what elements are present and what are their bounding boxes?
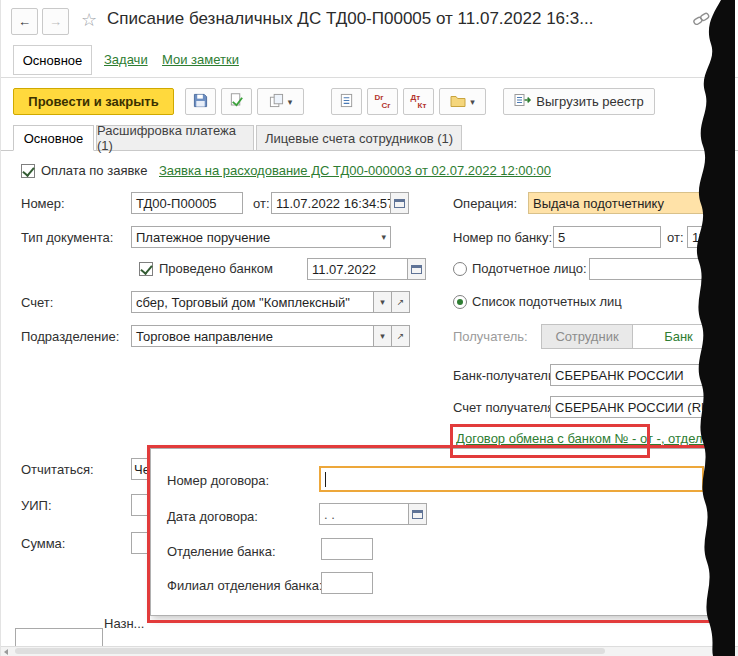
document-structure-button[interactable]: [331, 88, 362, 115]
amount-input-fragment[interactable]: [131, 532, 151, 554]
calendar-icon: [411, 265, 422, 274]
dt-kt-icon: ДтКт: [411, 94, 427, 110]
bank-number-label: Номер по банку:: [453, 230, 552, 245]
posted-by-bank-label: Проведено банком: [159, 261, 273, 276]
bank-date-from-label: от:: [667, 230, 684, 245]
tab-payment-details[interactable]: Расшифровка платежа (1): [96, 125, 254, 151]
scroll-left-arrow-icon[interactable]: [4, 649, 8, 655]
purpose-label-fragment: Назн...: [104, 616, 144, 631]
number-input[interactable]: ТД00-П00005: [131, 192, 243, 214]
tab-personal-accounts-label: Лицевые счета сотрудников (1): [265, 131, 453, 146]
amount-label: Сумма:: [21, 536, 65, 551]
account-value: сбер, Торговый дом "Комплексный": [136, 295, 350, 310]
number-label: Номер:: [21, 196, 65, 211]
nav-link-notes[interactable]: Мои заметки: [162, 52, 239, 67]
date-calendar-button[interactable]: [390, 192, 409, 214]
recipient-employee-label: Сотрудник: [555, 329, 618, 344]
recipient-toggle-employee[interactable]: Сотрудник: [541, 324, 633, 349]
nav-link-tasks[interactable]: Задачи: [104, 52, 148, 67]
horizontal-scrollbar[interactable]: [1, 646, 738, 656]
post-document-icon: [229, 93, 244, 111]
caret-down-icon: ▾: [288, 97, 293, 107]
bank-number-input[interactable]: 5: [553, 226, 661, 248]
caret-down-icon: ▾: [380, 297, 385, 307]
request-link[interactable]: Заявка на расходование ДС ТД00-000003 от…: [159, 163, 551, 178]
dt-kt-button[interactable]: ДтКт: [403, 88, 434, 115]
contract-date-calendar-button[interactable]: [408, 503, 427, 525]
date-from-label: от:: [253, 196, 270, 211]
tab-main[interactable]: Основное: [13, 125, 94, 151]
department-input[interactable]: Торговое направление: [131, 325, 374, 347]
back-icon: ←: [18, 14, 31, 29]
bank-branch-office-label: Филиал отделения банка:: [167, 578, 323, 593]
forward-icon: →: [49, 14, 62, 29]
doc-type-combobox[interactable]: Платежное поручение ▾: [131, 226, 391, 248]
account-open-button[interactable]: ↗: [391, 291, 410, 313]
contract-date-value: . .: [324, 507, 335, 522]
number-value: ТД00-П00005: [136, 196, 217, 211]
posted-date-calendar-button[interactable]: [407, 258, 426, 280]
tab-personal-accounts[interactable]: Лицевые счета сотрудников (1): [256, 125, 462, 151]
dr-cr-button[interactable]: DrCr: [367, 88, 398, 115]
calendar-icon: [412, 510, 423, 519]
accountable-person-radio[interactable]: [453, 262, 467, 276]
document-form-window: ← → ☆ Списание безналичных ДС ТД00-П0000…: [0, 0, 738, 656]
recipient-account-label: Счет получателя:: [453, 400, 558, 415]
caret-down-icon: ▾: [380, 331, 385, 341]
department-open-button[interactable]: ↗: [391, 325, 410, 347]
report-value: Че: [134, 462, 150, 477]
date-value: 11.07.2022 16:34:57: [276, 196, 391, 211]
department-value: Торговое направление: [136, 329, 273, 344]
pay-by-request-checkbox[interactable]: [21, 164, 35, 178]
posted-date-value: 11.07.2022: [312, 262, 376, 277]
uip-input-fragment[interactable]: [131, 494, 151, 516]
post-and-close-button[interactable]: Провести и закрыть: [13, 88, 174, 115]
accountable-list-radio[interactable]: [453, 295, 467, 309]
print-menu-button[interactable]: ▾: [439, 88, 486, 115]
report-label: Отчитаться:: [21, 462, 94, 477]
bank-number-value: 5: [558, 230, 565, 245]
recipient-bank-label: Банк: [664, 329, 693, 344]
contract-date-label: Дата договора:: [167, 509, 258, 524]
bank-recipient-label: Банк-получатель:: [453, 368, 558, 383]
uip-label: УИП:: [21, 498, 52, 513]
report-input-fragment[interactable]: Че: [131, 458, 151, 480]
bank-branch-label: Отделение банка:: [167, 544, 276, 559]
account-input[interactable]: сбер, Торговый дом "Комплексный": [131, 291, 374, 313]
save-icon: [193, 93, 208, 111]
back-button[interactable]: ←: [11, 8, 38, 35]
save-button[interactable]: [185, 88, 216, 115]
posted-by-bank-checkbox[interactable]: [139, 262, 153, 276]
post-document-button[interactable]: [221, 88, 252, 115]
caret-down-icon: ▾: [381, 232, 386, 242]
contract-number-input[interactable]: [319, 466, 704, 492]
accountable-list-label: Список подотчетных лиц: [472, 294, 622, 309]
create-based-on-button[interactable]: ▾: [257, 88, 304, 115]
scrollbar-thumb[interactable]: [15, 648, 605, 654]
favorites-star-icon[interactable]: ☆: [81, 9, 97, 31]
account-label: Счет:: [21, 295, 53, 310]
bank-branch-office-input[interactable]: [321, 572, 373, 594]
department-select-button[interactable]: ▾: [373, 325, 392, 347]
header-divider: [1, 77, 738, 78]
accountable-person-label: Подотчетное лицо:: [472, 261, 587, 276]
posted-date-input[interactable]: 11.07.2022: [307, 258, 408, 280]
open-icon: ↗: [397, 297, 405, 307]
open-icon: ↗: [397, 331, 405, 341]
export-registry-button[interactable]: Выгрузить реестр: [503, 88, 655, 115]
folder-icon: [450, 94, 466, 110]
calendar-icon: [394, 199, 405, 208]
torn-edge-overlay: [691, 0, 738, 656]
date-input[interactable]: 11.07.2022 16:34:57: [271, 192, 391, 214]
copy-icon: [269, 93, 284, 111]
account-select-button[interactable]: ▾: [373, 291, 392, 313]
window-title: Списание безналичных ДС ТД00-П00005 от 1…: [107, 9, 593, 29]
recipient-label: Получатель:: [453, 329, 528, 344]
forward-button[interactable]: →: [42, 8, 69, 35]
bank-recipient-value: СБЕРБАНК РОССИИ: [555, 368, 684, 383]
nav-tab-main[interactable]: Основное: [13, 45, 92, 75]
bank-branch-input[interactable]: [321, 538, 373, 560]
post-and-close-label: Провести и закрыть: [28, 94, 158, 109]
contract-date-input[interactable]: . .: [319, 503, 409, 525]
operation-label: Операция:: [453, 196, 517, 211]
